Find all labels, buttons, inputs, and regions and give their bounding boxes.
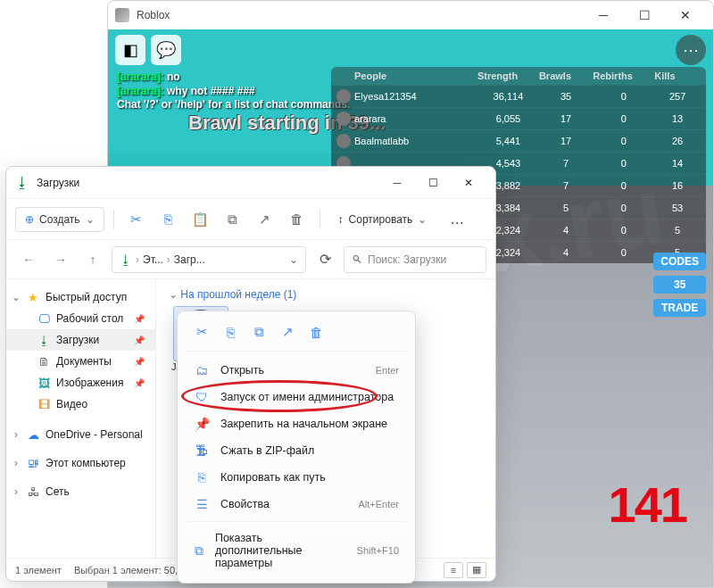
search-icon: 🔍︎ — [352, 253, 362, 266]
explorer-titlebar[interactable]: ⭳ Загрузки ─ ☐ ✕ — [6, 167, 495, 199]
shield-icon: 🛡 — [194, 390, 210, 404]
chevron-down-icon: ⌄ — [418, 213, 427, 226]
videos-icon: 🎞 — [37, 397, 51, 411]
close-button[interactable]: ✕ — [451, 170, 486, 195]
cut-icon[interactable]: ✂ — [192, 322, 212, 342]
leaderboard-row[interactable]: ararara6,05517013 — [331, 107, 706, 129]
star-icon: ★ — [26, 290, 40, 304]
up-button[interactable]: ↑ — [79, 246, 106, 273]
maximize-button[interactable]: ☐ — [415, 170, 451, 195]
roblox-menu-icon[interactable]: ◧ — [115, 35, 145, 65]
col-rebirths: Rebirths — [593, 70, 654, 81]
network-icon: 🖧 — [26, 484, 40, 499]
chevron-down-icon[interactable]: ⌄ — [289, 253, 298, 266]
pin-icon: 📌 — [134, 357, 150, 367]
group-header[interactable]: ⌄ На прошлой неделе (1) — [169, 288, 483, 301]
sidebar-documents[interactable]: 🗎Документы📌 — [6, 351, 155, 372]
minimize-button[interactable]: ─ — [379, 170, 415, 195]
chat-icon[interactable]: 💬 — [151, 35, 181, 65]
more-icon[interactable]: ⋯ — [676, 35, 706, 65]
sort-icon: ↕ — [338, 213, 344, 226]
sidebar-desktop[interactable]: 🖵Рабочий стол📌 — [6, 308, 155, 329]
downloads-icon: ⭳ — [15, 175, 29, 191]
ctx-open[interactable]: 🗂ОткрытьEnter — [185, 357, 408, 384]
view-list-icon[interactable]: ≡ — [444, 562, 463, 578]
more-icon: ⧉ — [194, 543, 204, 559]
roblox-title: Roblox — [137, 9, 583, 21]
chat-log: [ararara]: no [ararara]: why not #### ##… — [117, 70, 350, 112]
pin-icon: 📌 — [134, 378, 150, 388]
chevron-right-icon: › — [12, 485, 21, 498]
col-people: People — [354, 70, 477, 81]
maximize-button[interactable]: ☐ — [624, 1, 665, 29]
open-icon: 🗂 — [194, 363, 210, 377]
rename-icon[interactable]: ⧉ — [249, 322, 269, 342]
breadcrumb[interactable]: ⭳ › Эт... › Загр... ⌄ — [112, 246, 306, 273]
copy-icon[interactable]: ⎘ — [155, 206, 182, 233]
path-icon: ⎘ — [194, 470, 210, 484]
sidebar-downloads[interactable]: ⭳Загрузки📌 — [6, 329, 155, 351]
leaderboard-row[interactable]: Baalmatlabb5,44117026 — [331, 129, 706, 152]
properties-icon: ☰ — [194, 497, 210, 511]
delete-icon[interactable]: 🗑 — [284, 206, 311, 233]
back-button[interactable]: ← — [15, 246, 42, 273]
more-button[interactable]: … — [441, 206, 473, 233]
new-button[interactable]: ⊕ Создать ⌄ — [15, 207, 104, 232]
chat-user: [ararara]: — [117, 70, 164, 83]
pin-icon: 📌 — [134, 314, 150, 324]
ctx-pin-start[interactable]: 📌Закрепить на начальном экране — [185, 410, 408, 437]
item-count: 1 элемент — [15, 565, 62, 576]
forward-button[interactable]: → — [47, 246, 74, 273]
minimize-button[interactable]: ─ — [583, 1, 624, 29]
sort-button[interactable]: ↕ Сортировать ⌄ — [329, 208, 436, 231]
view-grid-icon[interactable]: ▦ — [467, 562, 486, 578]
plus-icon: ⊕ — [25, 213, 34, 226]
num-badge[interactable]: 35 — [653, 276, 706, 294]
chevron-right-icon: › — [12, 457, 21, 469]
explorer-title: Загрузки — [37, 177, 379, 189]
cut-icon[interactable]: ✂ — [123, 206, 150, 233]
col-strength: Strength — [477, 70, 539, 81]
documents-icon: 🗎 — [37, 354, 51, 369]
explorer-sidebar: ⌄★Быстрый доступ 🖵Рабочий стол📌 ⭳Загрузк… — [6, 279, 156, 558]
refresh-button[interactable]: ⟳ — [311, 246, 338, 273]
roblox-app-icon — [115, 8, 129, 22]
ctx-properties[interactable]: ☰СвойстваAlt+Enter — [185, 491, 408, 518]
share-icon[interactable]: ↗ — [252, 206, 278, 233]
ctx-run-admin[interactable]: 🛡Запуск от имени администратора — [185, 384, 408, 410]
pc-icon: 🖳 — [26, 456, 40, 470]
close-button[interactable]: ✕ — [665, 1, 706, 29]
zip-icon: 🗜 — [194, 443, 210, 458]
paste-icon[interactable]: 📋 — [187, 206, 214, 233]
leaderboard-row[interactable]: Elyesa12135436,114350257 — [331, 85, 706, 107]
sidebar-quick-access[interactable]: ⌄★Быстрый доступ — [6, 286, 155, 308]
trade-button[interactable]: TRADE — [653, 299, 706, 317]
copy-icon[interactable]: ⎘ — [220, 322, 240, 342]
sidebar-this-pc[interactable]: ›🖳Этот компьютер — [6, 452, 155, 474]
pictures-icon: 🖼 — [37, 376, 51, 390]
codes-button[interactable]: CODES — [653, 253, 706, 270]
ctx-zip[interactable]: 🗜Сжать в ZIP-файл — [185, 437, 408, 464]
cloud-icon: ☁ — [26, 427, 40, 442]
ctx-copy-path[interactable]: ⎘Копировать как путь — [185, 464, 408, 491]
rename-icon[interactable]: ⧉ — [220, 206, 246, 233]
ctx-more-options[interactable]: ⧉Показать дополнительные параметрыShift+… — [185, 526, 408, 576]
chevron-right-icon: › — [167, 253, 170, 266]
explorer-nav: ← → ↑ ⭳ › Эт... › Загр... ⌄ ⟳ 🔍︎ Поиск: … — [6, 240, 495, 279]
sidebar-videos[interactable]: 🎞Видео — [6, 393, 155, 415]
explorer-toolbar: ⊕ Создать ⌄ ✂ ⎘ 📋 ⧉ ↗ 🗑 ↕ Сортировать ⌄ … — [6, 199, 495, 240]
downloads-icon: ⭳ — [120, 253, 132, 267]
share-icon[interactable]: ↗ — [278, 322, 297, 342]
delete-icon[interactable]: 🗑 — [306, 322, 326, 342]
chevron-down-icon: ⌄ — [12, 291, 21, 303]
avatar — [336, 134, 351, 148]
sidebar-onedrive[interactable]: ›☁OneDrive - Personal — [6, 424, 155, 445]
pin-icon: 📌 — [134, 335, 150, 345]
chat-user: [ararara]: — [117, 85, 164, 97]
sidebar-pictures[interactable]: 🖼Изображения📌 — [6, 372, 155, 393]
col-brawls: Brawls — [539, 70, 593, 81]
col-kills: Kills — [654, 70, 701, 81]
sidebar-network[interactable]: ›🖧Сеть — [6, 481, 155, 502]
downloads-icon: ⭳ — [37, 333, 51, 347]
search-input[interactable]: 🔍︎ Поиск: Загрузки — [344, 246, 486, 273]
